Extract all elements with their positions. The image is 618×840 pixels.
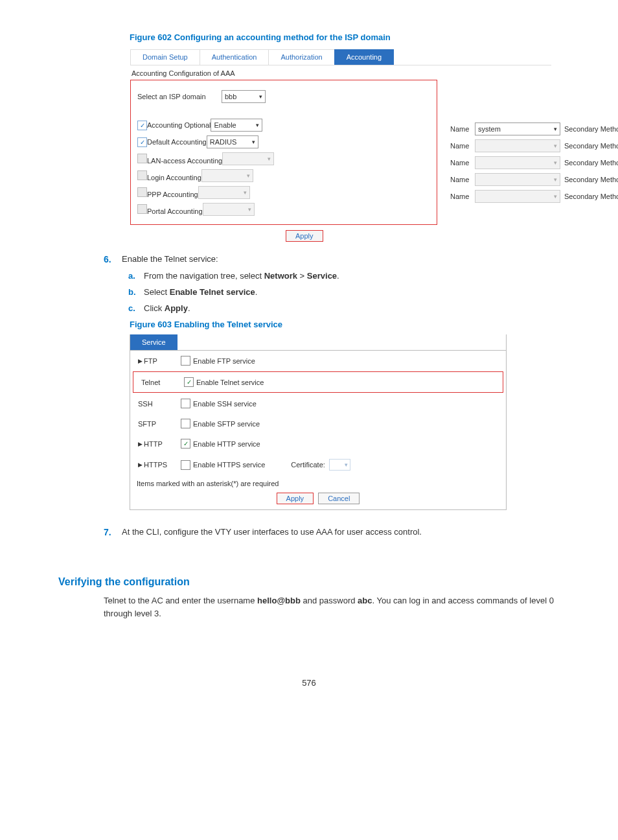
secondary-method-label: Secondary Method (564, 159, 618, 167)
tab-authorization[interactable]: Authorization (268, 49, 334, 65)
checkbox-default-accounting[interactable] (137, 137, 147, 147)
step-6a-text: From the navigation tree, select Network… (144, 271, 339, 281)
name-select[interactable]: system▾ (475, 122, 560, 135)
expand-icon[interactable]: ▶ (138, 461, 143, 468)
name-select: ▾ (475, 173, 560, 186)
verifying-heading: Verifying the configuration (58, 576, 560, 588)
certificate-select[interactable] (329, 459, 350, 471)
aaa-subtitle: Accounting Configuration of AAA (132, 69, 551, 77)
step-7: 7. At the CLI, configure the VTY user in… (104, 527, 560, 537)
tabs-603: Service (130, 334, 506, 351)
name-select: ▾ (475, 156, 560, 169)
service-row-http: ▶HTTPEnable HTTP service (130, 434, 506, 454)
cancel-button-603[interactable]: Cancel (318, 493, 360, 504)
enable-label: Enable SFTP service (193, 420, 260, 428)
row-label: Login Accounting (147, 174, 201, 181)
step-7-text: At the CLI, configure the VTY user inter… (122, 527, 422, 537)
secondary-method-label: Secondary Method (564, 142, 618, 150)
certificate-label: Certificate: (291, 461, 325, 469)
tabs-602: Domain Setup Authentication Authorizatio… (130, 48, 551, 65)
tab-service[interactable]: Service (130, 334, 177, 350)
step-6-num: 6. (104, 254, 122, 264)
service-row-sftp: SFTPEnable SFTP service (130, 414, 506, 434)
figure-602: Domain Setup Authentication Authorizatio… (130, 47, 552, 242)
method-select: ▾ (203, 203, 255, 216)
isp-domain-value: bbb (225, 93, 236, 100)
step-6c-letter: c. (128, 303, 144, 313)
select-domain-label: Select an ISP domain (137, 93, 206, 100)
enable-label: Enable FTP service (193, 357, 255, 365)
service-row-ftp: ▶FTPEnable FTP service (130, 351, 506, 371)
checkbox-login-accounting (137, 170, 147, 180)
tab-authentication[interactable]: Authentication (200, 49, 269, 65)
enable-checkbox-http[interactable] (181, 439, 190, 449)
enable-label: Enable HTTPS service (193, 461, 265, 469)
required-note: Items marked with an asterisk(*) are req… (130, 476, 506, 491)
highlight-box-602: Select an ISP domain bbb ▾ Accounting Op… (130, 80, 437, 225)
name-label: Name (450, 142, 475, 150)
name-label: Name (450, 125, 475, 133)
checkbox-lan-access-accounting (137, 154, 147, 163)
service-row-https: ▶HTTPSEnable HTTPS serviceCertificate: (130, 454, 506, 476)
figure-603-title: Figure 603 Enabling the Telnet service (130, 320, 560, 329)
tab-accounting[interactable]: Accounting (334, 49, 394, 65)
verifying-text: Telnet to the AC and enter the username … (104, 594, 560, 620)
service-name: SFTP (138, 420, 156, 428)
row-label: LAN-access Accounting (147, 157, 222, 165)
step-6: 6. Enable the Telnet service: (104, 254, 560, 264)
name-select: ▾ (475, 190, 560, 203)
step-6b-text: Select Enable Telnet service. (144, 287, 257, 297)
enable-checkbox-sftp[interactable] (181, 419, 190, 428)
chevron-down-icon: ▾ (259, 93, 262, 100)
method-select: ▾ (198, 186, 250, 199)
enable-label: Enable Telnet service (196, 379, 264, 386)
enable-checkbox-ftp[interactable] (181, 356, 190, 366)
method-select[interactable]: RADIUS▾ (207, 135, 258, 148)
expand-icon[interactable]: ▶ (138, 358, 143, 364)
service-name: SSH (138, 400, 153, 408)
method-select: ▾ (201, 169, 253, 182)
isp-domain-select[interactable]: bbb ▾ (222, 90, 266, 103)
method-select: ▾ (222, 152, 274, 165)
service-name: HTTP (144, 440, 163, 448)
enable-checkbox-ssh[interactable] (181, 399, 190, 408)
page-number: 576 (58, 678, 560, 688)
figure-603: Service ▶FTPEnable FTP serviceTelnetEnab… (130, 334, 507, 510)
enable-label: Enable SSH service (193, 400, 257, 408)
service-row-telnet: TelnetEnable Telnet service (133, 372, 503, 392)
row-label: Accounting Optional (147, 121, 211, 129)
checkbox-portal-accounting (137, 204, 147, 214)
step-6c-text: Click Apply. (144, 303, 190, 313)
apply-button-602[interactable]: Apply (286, 230, 323, 242)
secondary-method-label: Secondary Method (564, 192, 618, 200)
method-select[interactable]: Enable▾ (211, 119, 262, 132)
name-label: Name (450, 159, 475, 167)
name-label: Name (450, 176, 475, 183)
service-name: HTTPS (144, 461, 167, 469)
name-label: Name (450, 192, 475, 200)
row-label: Portal Accounting (147, 207, 203, 215)
figure-602-title: Figure 602 Configuring an accounting met… (130, 32, 560, 42)
service-row-ssh: SSHEnable SSH service (130, 393, 506, 414)
enable-checkbox-telnet[interactable] (184, 377, 194, 387)
secondary-method-label: Secondary Method (564, 125, 618, 133)
secondary-method-label: Secondary Method (564, 176, 618, 183)
enable-checkbox-https[interactable] (181, 460, 190, 470)
step-6b-letter: b. (128, 287, 144, 297)
step-6a-letter: a. (128, 271, 144, 281)
name-select: ▾ (475, 139, 560, 152)
checkbox-ppp-accounting (137, 187, 147, 197)
checkbox-accounting-optional[interactable] (137, 121, 147, 130)
tab-domain-setup[interactable]: Domain Setup (130, 49, 200, 65)
service-name: FTP (144, 357, 157, 365)
row-label: PPP Accounting (147, 191, 198, 198)
expand-icon[interactable]: ▶ (138, 441, 143, 447)
service-name: Telnet (141, 379, 160, 386)
step-6-text: Enable the Telnet service: (122, 254, 218, 264)
step-7-num: 7. (104, 527, 122, 537)
apply-button-603[interactable]: Apply (277, 493, 314, 504)
row-label: Default Accounting (147, 138, 207, 146)
enable-label: Enable HTTP service (193, 440, 260, 448)
